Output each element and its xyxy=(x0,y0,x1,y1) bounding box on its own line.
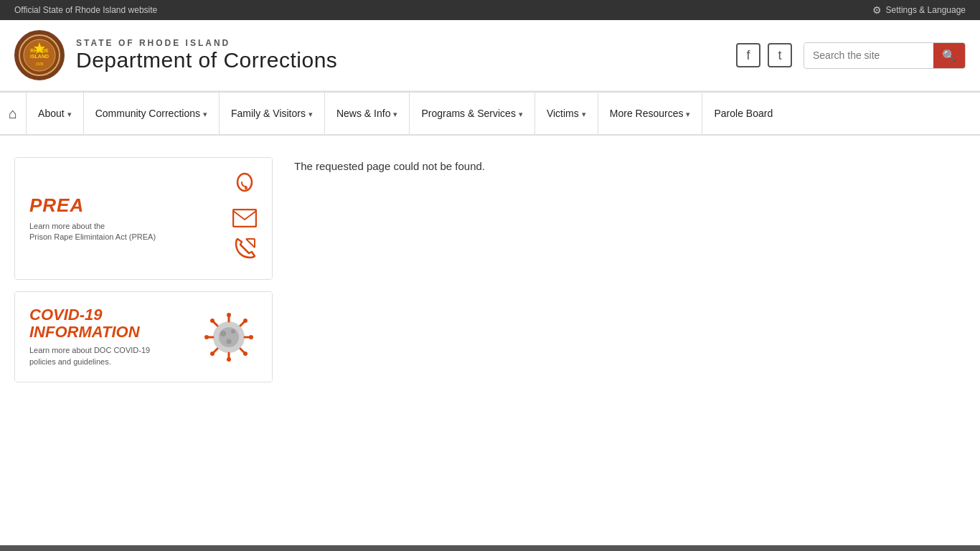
nav-about[interactable]: About ▾ xyxy=(27,93,84,134)
home-icon: ⌂ xyxy=(9,105,17,122)
about-chevron-icon: ▾ xyxy=(67,110,72,119)
svg-point-6 xyxy=(237,174,252,191)
state-seal-logo[interactable]: RHODE ISLAND 1636 xyxy=(14,30,65,80)
victims-chevron-icon: ▾ xyxy=(582,110,586,119)
svg-point-21 xyxy=(249,335,253,339)
header-right: f t 🔍 xyxy=(736,42,966,69)
mail-icon xyxy=(232,209,257,232)
svg-rect-8 xyxy=(233,209,256,227)
phone-icon xyxy=(233,237,256,265)
social-icons: f t xyxy=(736,43,792,67)
nav-community-corrections[interactable]: Community Corrections ▾ xyxy=(84,93,220,134)
facebook-icon: f xyxy=(746,48,750,63)
nav-family-visitors-label: Family & Visitors xyxy=(231,108,306,119)
ear-icon xyxy=(232,172,258,203)
svg-point-27 xyxy=(210,352,215,356)
nav-victims-label: Victims xyxy=(547,108,579,119)
settings-label: Settings & Language xyxy=(886,5,966,15)
nav-family-visitors[interactable]: Family & Visitors ▾ xyxy=(220,93,325,134)
covid-title: COVID-19 INFORMATION xyxy=(29,306,189,341)
prea-icons xyxy=(232,172,258,265)
settings-language[interactable]: ⚙ Settings & Language xyxy=(872,4,966,16)
nav-programs-services[interactable]: Programs & Services ▾ xyxy=(410,93,534,134)
state-label: STATE OF RHODE ISLAND xyxy=(76,38,337,48)
sidebar: PREA Learn more about thePrison Rape Eli… xyxy=(14,157,273,382)
community-corrections-chevron-icon: ▾ xyxy=(203,110,207,119)
search-bar: 🔍 xyxy=(804,42,966,69)
official-text: Official State of Rhode Island website xyxy=(14,5,157,15)
svg-point-15 xyxy=(227,313,231,317)
top-bar: Official State of Rhode Island website ⚙… xyxy=(0,0,980,20)
covid-subtitle: Learn more about DOC COVID-19policies an… xyxy=(29,345,189,367)
prea-subtitle: Learn more about thePrison Rape Eliminta… xyxy=(29,221,220,243)
covid-text-block: COVID-19 INFORMATION Learn more about DO… xyxy=(29,306,189,367)
main-content: PREA Learn more about thePrison Rape Eli… xyxy=(0,136,980,404)
content-area: The requested page could not be found. xyxy=(273,157,966,382)
nav-home[interactable]: ⌂ xyxy=(0,93,27,134)
svg-point-23 xyxy=(210,319,215,323)
facebook-link[interactable]: f xyxy=(736,43,760,67)
svg-point-13 xyxy=(219,327,239,347)
virus-icon xyxy=(200,309,258,366)
nav-more-resources-label: More Resources xyxy=(610,108,684,119)
svg-point-25 xyxy=(243,319,248,323)
nav-community-corrections-label: Community Corrections xyxy=(95,108,200,119)
svg-point-7 xyxy=(245,187,248,189)
search-input[interactable] xyxy=(804,44,933,67)
svg-point-19 xyxy=(204,335,209,339)
nav-programs-services-label: Programs & Services xyxy=(421,108,515,119)
twitter-icon: t xyxy=(778,48,781,63)
svg-point-32 xyxy=(227,339,232,344)
error-message: The requested page could not be found. xyxy=(294,160,944,172)
svg-text:ISLAND: ISLAND xyxy=(30,54,49,59)
covid-card[interactable]: COVID-19 INFORMATION Learn more about DO… xyxy=(14,291,273,382)
svg-point-29 xyxy=(243,352,248,356)
family-visitors-chevron-icon: ▾ xyxy=(308,110,313,119)
prea-title: PREA xyxy=(29,194,220,217)
more-resources-chevron-icon: ▾ xyxy=(686,110,690,119)
svg-point-17 xyxy=(227,357,231,362)
nav-about-label: About xyxy=(38,108,65,119)
covid-icon-block xyxy=(200,309,258,366)
nav-news-info[interactable]: News & Info ▾ xyxy=(325,93,410,134)
svg-line-11 xyxy=(246,239,255,248)
programs-services-chevron-icon: ▾ xyxy=(519,110,523,119)
main-nav: ⌂ About ▾ Community Corrections ▾ Family… xyxy=(0,91,980,136)
prea-card-inner: PREA Learn more about thePrison Rape Eli… xyxy=(15,158,272,279)
search-button[interactable]: 🔍 xyxy=(933,43,965,68)
nav-parole-board-label: Parole Board xyxy=(714,108,773,119)
prea-card[interactable]: PREA Learn more about thePrison Rape Eli… xyxy=(14,157,273,280)
nav-parole-board[interactable]: Parole Board xyxy=(702,93,784,134)
svg-text:1636: 1636 xyxy=(35,62,43,66)
nav-victims[interactable]: Victims ▾ xyxy=(535,93,598,134)
site-header: RHODE ISLAND 1636 STATE OF RHODE ISLAND … xyxy=(0,20,980,91)
news-info-chevron-icon: ▾ xyxy=(393,110,397,119)
header-branding: RHODE ISLAND 1636 STATE OF RHODE ISLAND … xyxy=(14,30,337,80)
covid-card-inner: COVID-19 INFORMATION Learn more about DO… xyxy=(15,292,272,382)
prea-text-block: PREA Learn more about thePrison Rape Eli… xyxy=(29,194,220,243)
dept-title: Department of Corrections xyxy=(76,48,337,72)
nav-news-info-label: News & Info xyxy=(336,108,390,119)
svg-point-30 xyxy=(220,331,226,336)
svg-point-31 xyxy=(231,329,235,334)
header-title-block: STATE OF RHODE ISLAND Department of Corr… xyxy=(76,38,337,72)
twitter-link[interactable]: t xyxy=(768,43,792,67)
gear-icon: ⚙ xyxy=(872,4,882,16)
nav-more-resources[interactable]: More Resources ▾ xyxy=(598,93,703,134)
